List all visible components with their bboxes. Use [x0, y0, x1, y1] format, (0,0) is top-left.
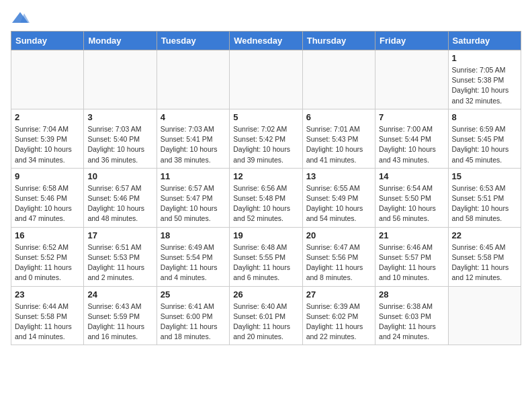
weekday-header-monday: Monday: [84, 32, 157, 50]
day-info: Sunrise: 6:48 AMSunset: 5:55 PMDaylight:…: [233, 242, 298, 283]
calendar-cell: 1Sunrise: 7:05 AMSunset: 5:38 PMDaylight…: [448, 50, 521, 109]
calendar-cell: [230, 50, 302, 109]
day-info: Sunrise: 6:39 AMSunset: 6:02 PMDaylight:…: [306, 302, 371, 342]
calendar-cell: [84, 50, 157, 109]
day-number: 27: [306, 289, 371, 300]
weekday-header-thursday: Thursday: [302, 32, 375, 50]
day-number: 21: [379, 230, 444, 240]
day-number: 2: [15, 112, 80, 122]
day-number: 4: [161, 112, 226, 122]
calendar-cell: 16Sunrise: 6:52 AMSunset: 5:52 PMDayligh…: [11, 227, 84, 286]
calendar-cell: 14Sunrise: 6:54 AMSunset: 5:50 PMDayligh…: [375, 168, 448, 227]
calendar-cell: 4Sunrise: 7:03 AMSunset: 5:41 PMDaylight…: [157, 109, 229, 168]
day-info: Sunrise: 6:44 AMSunset: 5:58 PMDaylight:…: [15, 302, 80, 342]
day-info: Sunrise: 6:57 AMSunset: 5:46 PMDaylight:…: [87, 183, 152, 224]
calendar-cell: 8Sunrise: 6:59 AMSunset: 5:45 PMDaylight…: [448, 109, 521, 168]
day-info: Sunrise: 6:49 AMSunset: 5:54 PMDaylight:…: [161, 242, 226, 283]
day-number: 24: [87, 289, 152, 300]
day-number: 7: [379, 112, 444, 122]
weekday-header-sunday: Sunday: [11, 32, 84, 50]
day-number: 13: [306, 171, 371, 181]
calendar-cell: [302, 50, 375, 109]
day-number: 11: [161, 171, 226, 181]
day-info: Sunrise: 6:54 AMSunset: 5:50 PMDaylight:…: [379, 183, 444, 224]
day-info: Sunrise: 6:45 AMSunset: 5:58 PMDaylight:…: [452, 242, 517, 283]
calendar-cell: 17Sunrise: 6:51 AMSunset: 5:53 PMDayligh…: [84, 227, 157, 286]
day-info: Sunrise: 7:01 AMSunset: 5:43 PMDaylight:…: [306, 124, 371, 165]
day-number: 15: [452, 171, 517, 181]
day-number: 22: [452, 230, 517, 240]
weekday-header-wednesday: Wednesday: [230, 32, 302, 50]
weekday-header-friday: Friday: [375, 32, 448, 50]
calendar-cell: 28Sunrise: 6:38 AMSunset: 6:03 PMDayligh…: [375, 286, 448, 345]
day-number: 14: [379, 171, 444, 181]
calendar-cell: 15Sunrise: 6:53 AMSunset: 5:51 PMDayligh…: [448, 168, 521, 227]
day-info: Sunrise: 7:04 AMSunset: 5:39 PMDaylight:…: [15, 124, 80, 165]
calendar-cell: 13Sunrise: 6:55 AMSunset: 5:49 PMDayligh…: [302, 168, 375, 227]
calendar-cell: 24Sunrise: 6:43 AMSunset: 5:59 PMDayligh…: [84, 286, 157, 345]
calendar-cell: 10Sunrise: 6:57 AMSunset: 5:46 PMDayligh…: [84, 168, 157, 227]
calendar-cell: 26Sunrise: 6:40 AMSunset: 6:01 PMDayligh…: [230, 286, 302, 345]
page-header: [11, 11, 521, 26]
calendar-cell: 21Sunrise: 6:46 AMSunset: 5:57 PMDayligh…: [375, 227, 448, 286]
day-info: Sunrise: 6:56 AMSunset: 5:48 PMDaylight:…: [233, 183, 298, 224]
day-info: Sunrise: 6:38 AMSunset: 6:03 PMDaylight:…: [379, 302, 444, 342]
calendar-cell: [157, 50, 229, 109]
day-number: 23: [15, 289, 80, 300]
day-info: Sunrise: 6:40 AMSunset: 6:01 PMDaylight:…: [233, 302, 298, 342]
day-info: Sunrise: 7:03 AMSunset: 5:40 PMDaylight:…: [87, 124, 152, 165]
day-number: 8: [452, 112, 517, 122]
calendar-cell: 9Sunrise: 6:58 AMSunset: 5:46 PMDaylight…: [11, 168, 84, 227]
calendar-cell: 7Sunrise: 7:00 AMSunset: 5:44 PMDaylight…: [375, 109, 448, 168]
calendar-cell: 27Sunrise: 6:39 AMSunset: 6:02 PMDayligh…: [302, 286, 375, 345]
calendar-cell: 23Sunrise: 6:44 AMSunset: 5:58 PMDayligh…: [11, 286, 84, 345]
day-number: 9: [15, 171, 80, 181]
calendar-cell: [11, 50, 84, 109]
day-info: Sunrise: 7:02 AMSunset: 5:42 PMDaylight:…: [233, 124, 298, 165]
day-info: Sunrise: 6:53 AMSunset: 5:51 PMDaylight:…: [452, 183, 517, 224]
calendar-cell: 5Sunrise: 7:02 AMSunset: 5:42 PMDaylight…: [230, 109, 302, 168]
day-number: 26: [233, 289, 298, 300]
day-number: 1: [452, 53, 517, 63]
day-info: Sunrise: 7:00 AMSunset: 5:44 PMDaylight:…: [379, 124, 444, 165]
day-number: 19: [233, 230, 298, 240]
weekday-header-saturday: Saturday: [448, 32, 521, 50]
calendar-week-row: 23Sunrise: 6:44 AMSunset: 5:58 PMDayligh…: [11, 286, 521, 345]
calendar-cell: 22Sunrise: 6:45 AMSunset: 5:58 PMDayligh…: [448, 227, 521, 286]
day-info: Sunrise: 6:46 AMSunset: 5:57 PMDaylight:…: [379, 242, 444, 283]
day-info: Sunrise: 6:57 AMSunset: 5:47 PMDaylight:…: [161, 183, 226, 224]
day-number: 18: [161, 230, 226, 240]
calendar-cell: 12Sunrise: 6:56 AMSunset: 5:48 PMDayligh…: [230, 168, 302, 227]
calendar-cell: 3Sunrise: 7:03 AMSunset: 5:40 PMDaylight…: [84, 109, 157, 168]
weekday-header-row: SundayMondayTuesdayWednesdayThursdayFrid…: [11, 32, 521, 50]
day-number: 17: [87, 230, 152, 240]
day-info: Sunrise: 6:59 AMSunset: 5:45 PMDaylight:…: [452, 124, 517, 165]
calendar-week-row: 9Sunrise: 6:58 AMSunset: 5:46 PMDaylight…: [11, 168, 521, 227]
day-info: Sunrise: 6:43 AMSunset: 5:59 PMDaylight:…: [87, 302, 152, 342]
day-number: 28: [379, 289, 444, 300]
weekday-header-tuesday: Tuesday: [157, 32, 229, 50]
calendar-cell: 19Sunrise: 6:48 AMSunset: 5:55 PMDayligh…: [230, 227, 302, 286]
day-info: Sunrise: 6:51 AMSunset: 5:53 PMDaylight:…: [87, 242, 152, 283]
calendar-cell: [375, 50, 448, 109]
calendar-cell: 25Sunrise: 6:41 AMSunset: 6:00 PMDayligh…: [157, 286, 229, 345]
day-number: 5: [233, 112, 298, 122]
calendar-cell: 20Sunrise: 6:47 AMSunset: 5:56 PMDayligh…: [302, 227, 375, 286]
calendar-week-row: 2Sunrise: 7:04 AMSunset: 5:39 PMDaylight…: [11, 109, 521, 168]
day-number: 20: [306, 230, 371, 240]
calendar-table: SundayMondayTuesdayWednesdayThursdayFrid…: [11, 31, 521, 345]
calendar-cell: 18Sunrise: 6:49 AMSunset: 5:54 PMDayligh…: [157, 227, 229, 286]
day-number: 10: [87, 171, 152, 181]
day-info: Sunrise: 6:47 AMSunset: 5:56 PMDaylight:…: [306, 242, 371, 283]
calendar-cell: [448, 286, 521, 345]
calendar-cell: 11Sunrise: 6:57 AMSunset: 5:47 PMDayligh…: [157, 168, 229, 227]
day-info: Sunrise: 7:05 AMSunset: 5:38 PMDaylight:…: [452, 65, 517, 106]
calendar-week-row: 16Sunrise: 6:52 AMSunset: 5:52 PMDayligh…: [11, 227, 521, 286]
day-number: 12: [233, 171, 298, 181]
day-info: Sunrise: 6:52 AMSunset: 5:52 PMDaylight:…: [15, 242, 80, 283]
day-number: 25: [161, 289, 226, 300]
calendar-cell: 2Sunrise: 7:04 AMSunset: 5:39 PMDaylight…: [11, 109, 84, 168]
logo-icon: [11, 11, 30, 26]
calendar-cell: 6Sunrise: 7:01 AMSunset: 5:43 PMDaylight…: [302, 109, 375, 168]
calendar-week-row: 1Sunrise: 7:05 AMSunset: 5:38 PMDaylight…: [11, 50, 521, 109]
